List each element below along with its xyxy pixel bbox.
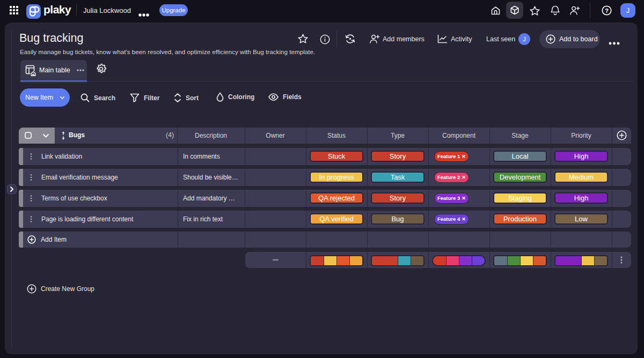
svg-text:?: ?: [605, 8, 609, 14]
